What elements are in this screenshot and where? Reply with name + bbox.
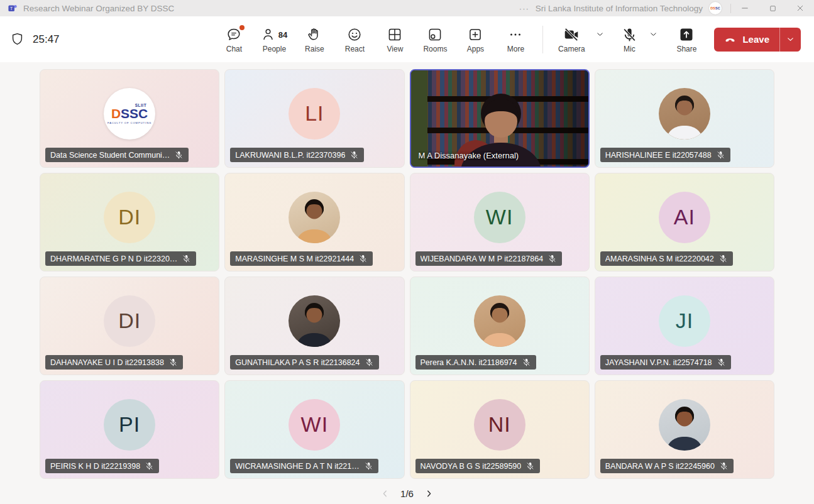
mic-muted-icon [349,150,359,160]
mic-muted-icon [525,461,535,471]
mic-muted-icon [718,254,728,263]
participant-avatar-initials: WI [474,192,525,243]
mic-muted-icon [719,461,729,471]
participant-name: HARISHALINEE E it22057488 [605,151,712,160]
participant-tile[interactable]: AI AMARASINHA S M it22220042 [595,173,774,271]
participant-tile[interactable]: LI LAKRUWANI B.L.P. it22370396 [224,69,404,168]
mic-options-chevron-icon[interactable] [644,30,663,41]
participant-tile[interactable]: M A Dissanayake (External) [410,69,590,168]
close-button[interactable] [786,0,814,16]
participant-name-label: NAVODYA B G S it22589590 [415,459,541,473]
participant-avatar-initials: JI [659,295,710,347]
participant-name-label: PEIRIS K H D it22219398 [45,459,159,473]
leave-button[interactable]: Leave [714,28,801,52]
participant-name: NAVODYA B G S it22589590 [421,462,522,471]
participant-tile[interactable]: Perera K.A.N.N. it21186974 [410,277,590,375]
gallery-pagination: 1/6 [0,485,814,502]
participant-avatar-initials: DI [104,192,155,243]
participant-avatar-photo [659,399,710,451]
mic-off-icon [622,26,637,43]
participant-tile[interactable]: HARISHALINEE E it22057488 [595,69,774,168]
view-button[interactable]: View [377,25,413,53]
participant-name: LAKRUWANI B.L.P. it22370396 [235,151,345,160]
maximize-button[interactable] [759,0,786,16]
mic-muted-icon [145,461,154,471]
svg-text:T: T [10,6,13,10]
people-count: 84 [278,30,287,40]
titlebar-more-icon[interactable]: ··· [519,4,529,13]
participant-avatar-initials: AI [659,192,710,243]
rooms-button[interactable]: Rooms [417,25,453,53]
participant-name: WICRAMASINGHE D A T N it221… [235,462,360,471]
mic-muted-icon [174,150,184,160]
participant-tile[interactable]: BANDARA W A P S it22245960 [595,380,774,479]
previous-page-button[interactable] [378,486,392,500]
raise-hand-icon [307,26,322,43]
participant-name-label: AMARASINHA S M it22220042 [600,251,733,266]
apps-button[interactable]: Apps [457,25,493,53]
participant-tile[interactable]: MARASINGHE M S M it22921444 [224,173,404,271]
participant-name-label: Data Science Student Communi… [45,148,189,162]
meeting-timer: 25:47 [33,33,60,46]
mic-muted-icon [364,461,373,471]
chat-activity-badge [239,25,245,30]
people-button[interactable]: 84 People [256,25,292,53]
camera-button[interactable]: Camera [552,25,591,53]
participant-avatar-initials: NI [474,399,525,451]
leave-phone-icon [723,33,737,46]
participant-name: DHARMARATNE G P N D it22320… [50,255,177,263]
participant-tile[interactable]: GUNATHILAKA P A S R it22136824 [224,277,404,375]
teams-app-icon: T [8,3,18,14]
participant-name: DAHANAYAKE U I D it22913838 [50,358,164,367]
participant-name-label: WICRAMASINGHE D A T N it221… [230,459,378,473]
share-button[interactable]: Share [669,25,704,53]
org-name: Sri Lanka Institute of Information Techn… [536,4,703,13]
window-titlebar: T Research Webinar Organized BY DSSC ···… [0,0,814,16]
participant-grid: SLIIT DSSC FACULTY OF COMPUTING Data Sci… [40,69,774,479]
minimize-button[interactable] [731,0,759,16]
participant-tile[interactable]: WI WIJEBANDARA W M P it22187864 [410,173,590,271]
participant-tile[interactable]: DI DHARMARATNE G P N D it22320… [40,173,219,271]
camera-options-chevron-icon[interactable] [591,30,609,41]
participant-avatar-photo [289,295,340,347]
participant-name: Perera K.A.N.N. it21186974 [421,358,517,367]
meeting-toolbar: 25:47 Chat 84 People Raise [0,16,814,62]
share-icon [679,26,694,43]
shield-icon [10,32,25,47]
mic-muted-icon [365,358,374,367]
participant-avatar-initials: WI [289,399,340,451]
participant-tile[interactable]: SLIIT DSSC FACULTY OF COMPUTING Data Sci… [40,69,219,168]
participant-avatar-photo [289,192,340,243]
participant-tile[interactable]: PI PEIRIS K H D it22219398 [40,380,219,479]
apps-icon [468,26,483,43]
view-icon [387,26,402,43]
chat-icon [226,26,241,43]
participant-name-label: DAHANAYAKE U I D it22913838 [45,355,183,370]
mic-muted-icon [717,358,726,367]
more-button[interactable]: More [497,25,534,53]
participant-name-label: BANDARA W A P S it22245960 [600,459,734,473]
leave-options-chevron-icon[interactable] [779,28,801,52]
org-logo: DSSC [709,2,722,14]
next-page-button[interactable] [422,486,436,500]
react-icon [347,26,362,43]
dssc-logo-avatar: SLIIT DSSC FACULTY OF COMPUTING [104,88,155,140]
participant-name-label: HARISHALINEE E it22057488 [600,148,730,162]
mic-muted-icon [358,254,368,263]
chat-button[interactable]: Chat [216,25,252,53]
raise-hand-button[interactable]: Raise [296,25,333,53]
participant-tile[interactable]: JI JAYASHANI V.P.N. it22574718 [595,277,774,375]
participant-name-label: DHARMARATNE G P N D it22320… [45,251,196,266]
mic-muted-icon [522,358,531,367]
react-button[interactable]: React [336,25,373,53]
camera-off-icon [563,26,580,43]
participant-name-label: M A Dissanayake (External) [417,148,520,163]
participant-name: WIJEBANDARA W M P it22187864 [421,255,544,263]
participant-tile[interactable]: DI DAHANAYAKE U I D it22913838 [40,277,219,375]
mic-muted-icon [182,254,191,263]
mic-button[interactable]: Mic [614,25,644,53]
participant-tile[interactable]: NI NAVODYA B G S it22589590 [410,380,590,479]
participant-tile[interactable]: WI WICRAMASINGHE D A T N it221… [224,380,404,479]
mic-muted-icon [547,254,557,263]
participant-name: BANDARA W A P S it22245960 [605,462,715,471]
